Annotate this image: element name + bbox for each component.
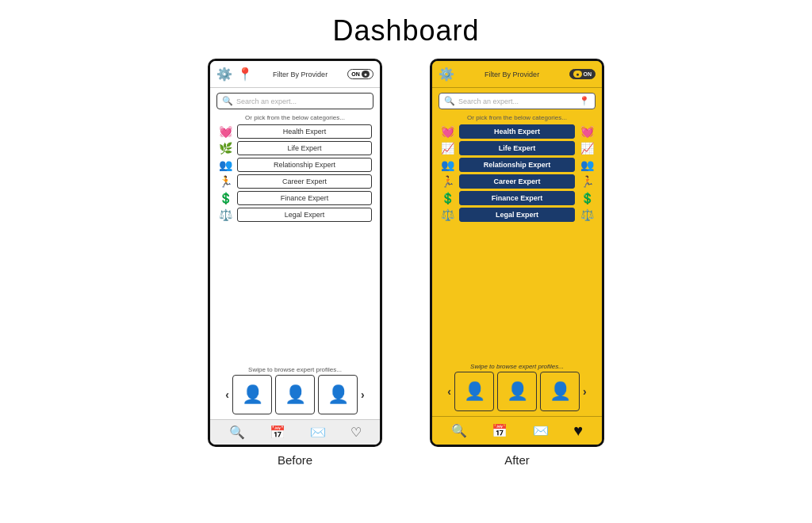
- categories-label: Or pick from the below categories...: [210, 114, 380, 121]
- before-phone: ⚙️ 📍 Filter By Provider ON ● 🔍 Search an…: [208, 59, 382, 447]
- career-icon: 🏃: [218, 175, 232, 188]
- relationship-expert-button[interactable]: Relationship Expert: [237, 158, 372, 172]
- legal-icon: ⚖️: [218, 208, 232, 221]
- after-label: After: [504, 453, 530, 467]
- list-item: 👥 Relationship Expert 👥: [440, 158, 594, 172]
- after-search-placeholder-text: Search an expert...: [458, 97, 576, 105]
- after-health-icon-left: 💓: [440, 125, 454, 138]
- after-filter-label: Filter By Provider: [459, 71, 565, 78]
- list-item: 💓 Health Expert: [218, 124, 372, 139]
- after-finance-icon-right: 💲: [580, 192, 594, 204]
- list-item: 🏃 Career Expert: [218, 174, 372, 189]
- after-profile-card-2[interactable]: 👤: [497, 372, 537, 411]
- career-expert-button[interactable]: Career Expert: [237, 174, 372, 189]
- after-health-expert-button[interactable]: Health Expert: [459, 124, 575, 139]
- after-left-arrow-button[interactable]: ‹: [447, 385, 451, 398]
- toggle-switch[interactable]: ON ●: [347, 69, 373, 79]
- after-phone: ⚙️ Filter By Provider ● ON 🔍 Search an e…: [430, 59, 604, 447]
- after-legal-icon-left: ⚖️: [440, 208, 454, 221]
- nav-heart-icon[interactable]: ♡: [350, 425, 362, 440]
- before-header: ⚙️ 📍 Filter By Provider ON ●: [210, 61, 380, 88]
- screens-container: ⚙️ 📍 Filter By Provider ON ● 🔍 Search an…: [208, 59, 604, 467]
- after-career-icon-left: 🏃: [440, 175, 454, 188]
- after-header: ⚙️ Filter By Provider ● ON: [432, 61, 602, 88]
- after-profiles-row: ‹ 👤 👤 👤 ›: [432, 372, 602, 411]
- filter-label: Filter By Provider: [258, 71, 343, 78]
- after-profile-card-1[interactable]: 👤: [454, 372, 494, 411]
- after-right-arrow-button[interactable]: ›: [583, 385, 587, 398]
- after-health-icon-right: 💓: [580, 125, 594, 138]
- after-swipe-label: Swipe to browse expert profiles...: [432, 363, 602, 370]
- after-toggle-indicator: ●: [573, 71, 581, 78]
- legal-expert-button[interactable]: Legal Expert: [237, 208, 372, 222]
- page-title: Dashboard: [332, 14, 479, 48]
- life-expert-button[interactable]: Life Expert: [237, 141, 372, 155]
- after-search-icon: 🔍: [444, 96, 455, 106]
- after-bottom-nav: 🔍 📅 ✉️ ♥: [432, 416, 602, 445]
- health-expert-button[interactable]: Health Expert: [237, 124, 372, 139]
- toggle-on-label: ON: [351, 71, 360, 77]
- after-nav-search-icon[interactable]: 🔍: [451, 423, 467, 438]
- before-categories-list: 💓 Health Expert 🌿 Life Expert 👥 Relation…: [210, 124, 380, 363]
- list-item: 💲 Finance Expert 💲: [440, 191, 594, 205]
- after-relationship-expert-button[interactable]: Relationship Expert: [459, 158, 575, 172]
- list-item: ⚖️ Legal Expert: [218, 208, 372, 222]
- list-item: 🏃 Career Expert 🏃: [440, 174, 594, 189]
- after-career-expert-button[interactable]: Career Expert: [459, 174, 575, 189]
- before-bottom-nav: 🔍 📅 ✉️ ♡: [210, 419, 380, 445]
- swipe-label: Swipe to browse expert profiles...: [210, 366, 380, 373]
- profile-card-1[interactable]: 👤: [232, 375, 272, 414]
- profile-card-3[interactable]: 👤: [318, 375, 358, 414]
- nav-calendar-icon[interactable]: 📅: [270, 425, 285, 440]
- life-icon: 🌿: [218, 142, 232, 155]
- after-categories-list: 💓 Health Expert 💓 📈 Life Expert 📈 👥 Rela…: [432, 124, 602, 360]
- right-arrow-button[interactable]: ›: [361, 388, 365, 401]
- list-item: ⚖️ Legal Expert ⚖️: [440, 208, 594, 222]
- after-relationship-icon-left: 👥: [440, 158, 454, 171]
- before-screen-wrapper: ⚙️ 📍 Filter By Provider ON ● 🔍 Search an…: [208, 59, 382, 467]
- list-item: 💓 Health Expert 💓: [440, 124, 594, 139]
- left-arrow-button[interactable]: ‹: [225, 388, 229, 401]
- search-icon: 🔍: [222, 96, 233, 106]
- list-item: 👥 Relationship Expert: [218, 158, 372, 172]
- after-nav-calendar-icon[interactable]: 📅: [492, 423, 508, 438]
- after-life-icon-left: 📈: [440, 142, 454, 155]
- after-search-bar[interactable]: 🔍 Search an expert... 📍: [439, 93, 596, 109]
- after-categories-label: Or pick from the below categories...: [432, 114, 602, 121]
- toggle-indicator: ●: [362, 71, 370, 78]
- before-search-bar[interactable]: 🔍 Search an expert...: [216, 93, 373, 109]
- after-finance-expert-button[interactable]: Finance Expert: [459, 191, 575, 205]
- before-label: Before: [278, 453, 312, 467]
- search-placeholder-text: Search an expert...: [236, 97, 368, 105]
- location-icon[interactable]: 📍: [237, 67, 253, 82]
- list-item: 🌿 Life Expert: [218, 141, 372, 155]
- after-profile-card-3[interactable]: 👤: [540, 372, 580, 411]
- after-career-icon-right: 🏃: [580, 175, 594, 188]
- nav-mail-icon[interactable]: ✉️: [310, 425, 326, 440]
- after-life-icon-right: 📈: [580, 142, 594, 155]
- after-settings-icon[interactable]: ⚙️: [439, 67, 454, 82]
- relationship-icon: 👥: [218, 158, 232, 171]
- nav-search-icon[interactable]: 🔍: [229, 425, 245, 440]
- after-life-expert-button[interactable]: Life Expert: [459, 141, 575, 155]
- health-icon: 💓: [218, 125, 232, 138]
- after-screen-wrapper: ⚙️ Filter By Provider ● ON 🔍 Search an e…: [430, 59, 604, 467]
- profiles-row: ‹ 👤 👤 👤 ›: [210, 375, 380, 414]
- after-legal-icon-right: ⚖️: [580, 208, 594, 221]
- after-toggle-on-label: ON: [584, 71, 592, 77]
- finance-icon: 💲: [218, 192, 232, 204]
- after-relationship-icon-right: 👥: [580, 158, 594, 171]
- after-finance-icon-left: 💲: [440, 192, 454, 204]
- settings-icon[interactable]: ⚙️: [216, 67, 232, 82]
- list-item: 💲 Finance Expert: [218, 191, 372, 205]
- finance-expert-button[interactable]: Finance Expert: [237, 191, 372, 205]
- after-nav-mail-icon[interactable]: ✉️: [533, 423, 549, 438]
- profile-card-2[interactable]: 👤: [275, 375, 315, 414]
- after-legal-expert-button[interactable]: Legal Expert: [459, 208, 575, 222]
- after-nav-heart-icon[interactable]: ♥: [573, 422, 583, 440]
- after-toggle-switch[interactable]: ● ON: [569, 69, 596, 79]
- after-pin-icon: 📍: [579, 96, 590, 106]
- list-item: 📈 Life Expert 📈: [440, 141, 594, 155]
